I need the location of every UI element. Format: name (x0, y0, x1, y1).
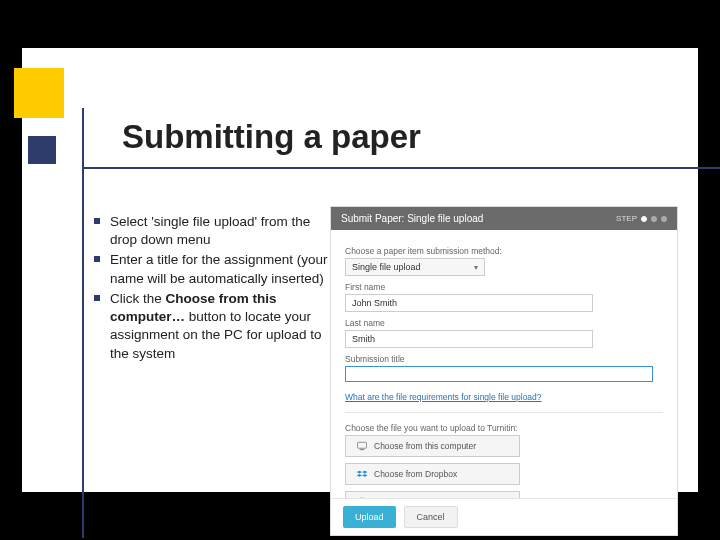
svg-rect-1 (360, 449, 365, 450)
slide-title: Submitting a paper (122, 118, 421, 156)
step-dot-icon (651, 216, 657, 222)
help-link[interactable]: What are the file requirements for singl… (345, 392, 542, 402)
divider (345, 412, 663, 413)
divider-vertical (82, 108, 84, 538)
bullet-text: Enter a title for the assignment (your n… (110, 252, 328, 285)
embedded-screenshot: Submit Paper: Single file upload STEP Ch… (330, 206, 678, 536)
bullet-item: Click the Choose from this computer… but… (92, 290, 332, 363)
first-name-field[interactable]: John Smith (345, 294, 593, 312)
first-name-label: First name (345, 282, 663, 292)
choose-file-label: Choose the file you want to upload to Tu… (345, 423, 663, 433)
method-label: Choose a paper item submission method: (345, 246, 663, 256)
panel-title: Submit Paper: Single file upload (341, 213, 483, 224)
choose-computer-button[interactable]: Choose from this computer (345, 435, 520, 457)
submission-title-label: Submission title (345, 354, 663, 364)
divider-horizontal (82, 167, 720, 169)
panel-header: Submit Paper: Single file upload STEP (331, 207, 677, 230)
step-indicator: STEP (616, 214, 667, 223)
bullet-text: Select 'single file upload' from the dro… (110, 214, 310, 247)
method-select-value: Single file upload (352, 262, 421, 272)
svg-rect-0 (358, 442, 367, 448)
last-name-label: Last name (345, 318, 663, 328)
panel-body: Choose a paper item submission method: S… (331, 230, 677, 529)
submission-title-field[interactable] (345, 366, 653, 382)
slide-body: Select 'single file upload' from the dro… (92, 213, 332, 365)
chevron-down-icon: ▾ (474, 263, 478, 272)
method-select[interactable]: Single file upload ▾ (345, 258, 485, 276)
choose-dropbox-label: Choose from Dropbox (374, 469, 457, 479)
dropbox-icon (356, 468, 368, 480)
computer-icon (356, 440, 368, 452)
bullet-item: Select 'single file upload' from the dro… (92, 213, 332, 249)
upload-button[interactable]: Upload (343, 506, 396, 528)
accent-square-yellow (14, 68, 64, 118)
choose-computer-label: Choose from this computer (374, 441, 476, 451)
accent-square-navy (28, 136, 56, 164)
last-name-field[interactable]: Smith (345, 330, 593, 348)
choose-dropbox-button[interactable]: Choose from Dropbox (345, 463, 520, 485)
step-dot-icon (641, 216, 647, 222)
bullet-text-pre: Click the (110, 291, 166, 306)
slide: Submitting a paper Select 'single file u… (22, 48, 698, 492)
bullet-item: Enter a title for the assignment (your n… (92, 251, 332, 287)
step-dot-icon (661, 216, 667, 222)
panel-footer: Upload Cancel (331, 498, 677, 535)
cancel-button[interactable]: Cancel (404, 506, 458, 528)
last-name-value: Smith (352, 334, 375, 344)
first-name-value: John Smith (352, 298, 397, 308)
step-label: STEP (616, 214, 637, 223)
